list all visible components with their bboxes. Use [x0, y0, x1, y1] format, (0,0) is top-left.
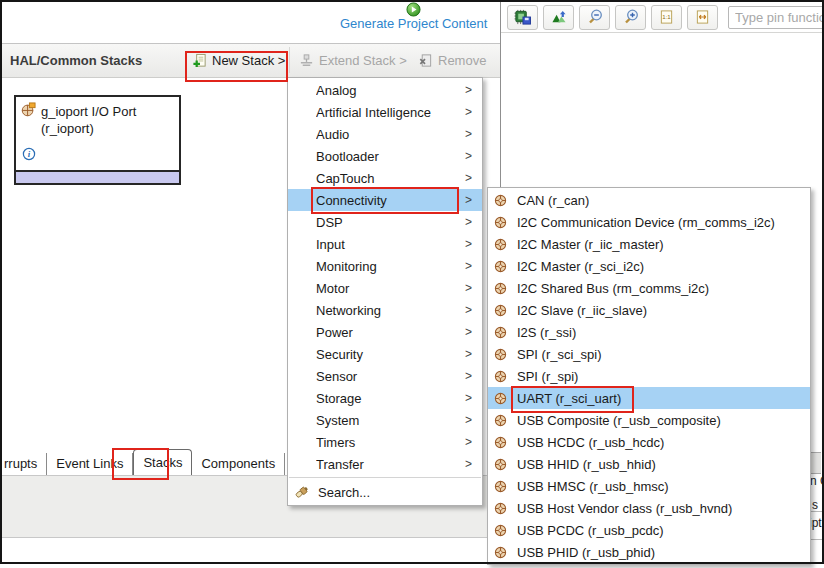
- ioport-stack-box[interactable]: g_ioport I/O Port (r_ioport) i: [14, 95, 181, 185]
- submenu-item-i2c-communication-device-rm-comms-i2c[interactable]: I2C Communication Device (rm_comms_i2c): [488, 211, 810, 233]
- submenu-arrow-icon: >: [465, 281, 472, 295]
- submenu-item-usb-phid-r-usb-phid[interactable]: USB PHID (r_usb_phid): [488, 541, 810, 563]
- submenu-arrow-icon: >: [465, 391, 472, 405]
- menu-item-timers[interactable]: Timers>: [288, 431, 482, 453]
- submenu-item-i2s-r-ssi[interactable]: I2S (r_ssi): [488, 321, 810, 343]
- submenu-item-spi-r-spi[interactable]: SPI (r_spi): [488, 365, 810, 387]
- menu-item-transfer[interactable]: Transfer>: [288, 453, 482, 475]
- menu-item-storage[interactable]: Storage>: [288, 387, 482, 409]
- menu-item-label: Sensor: [316, 369, 465, 384]
- menu-item-label: Motor: [316, 281, 465, 296]
- menu-item-search[interactable]: Search...: [288, 480, 482, 504]
- menu-item-connectivity[interactable]: Connectivity>: [288, 189, 482, 211]
- submenu-item-spi-r-sci-spi[interactable]: SPI (r_sci_spi): [488, 343, 810, 365]
- submenu-arrow-icon: >: [465, 435, 472, 449]
- pin-function-search-input[interactable]: [728, 6, 823, 29]
- submenu-item-usb-hhid-r-usb-hhid[interactable]: USB HHID (r_usb_hhid): [488, 453, 810, 475]
- submenu-arrow-icon: >: [465, 303, 472, 317]
- submenu-item-usb-composite-r-usb-composite[interactable]: USB Composite (r_usb_composite): [488, 409, 810, 431]
- extend-stack-label: Extend Stack >: [319, 53, 407, 68]
- submenu-arrow-icon: >: [465, 83, 472, 97]
- tab-event-links[interactable]: Event Links: [47, 453, 133, 475]
- menu-item-captouch[interactable]: CapTouch>: [288, 167, 482, 189]
- fit-width-button[interactable]: [687, 5, 718, 30]
- menu-item-bootloader[interactable]: Bootloader>: [288, 145, 482, 167]
- menu-item-label: System: [316, 413, 465, 428]
- submenu-item-i2c-master-r-sci-i2c[interactable]: I2C Master (r_sci_i2c): [488, 255, 810, 277]
- module-icon: [21, 102, 36, 117]
- module-icon: [494, 348, 507, 361]
- submenu-item-usb-hcdc-r-usb-hcdc[interactable]: USB HCDC (r_usb_hcdc): [488, 431, 810, 453]
- menu-item-label: CapTouch: [316, 171, 465, 186]
- submenu-item-label: SPI (r_spi): [517, 369, 578, 384]
- menu-item-monitoring[interactable]: Monitoring>: [288, 255, 482, 277]
- menu-item-input[interactable]: Input>: [288, 233, 482, 255]
- module-icon: [494, 436, 507, 449]
- menu-item-label: Bootloader: [316, 149, 465, 164]
- info-icon[interactable]: i: [22, 147, 36, 161]
- remove-button-disabled[interactable]: Remove: [418, 50, 486, 71]
- menu-item-motor[interactable]: Motor>: [288, 277, 482, 299]
- toolbar-separator: [289, 47, 290, 73]
- submenu-item-label: I2S (r_ssi): [517, 325, 576, 340]
- pin-toolbar: 1:1: [501, 2, 823, 33]
- menu-item-label: DSP: [316, 215, 465, 230]
- menu-item-label: Power: [316, 325, 465, 340]
- menu-item-label: Connectivity: [316, 193, 465, 208]
- module-icon: [494, 216, 507, 229]
- submenu-arrow-icon: >: [465, 127, 472, 141]
- submenu-item-usb-pcdc-r-usb-pcdc[interactable]: USB PCDC (r_usb_pcdc): [488, 519, 810, 541]
- menu-separator: [289, 477, 481, 478]
- submenu-item-label: USB HMSC (r_usb_hmsc): [517, 479, 669, 494]
- menu-item-system[interactable]: System>: [288, 409, 482, 431]
- tab-rrupts[interactable]: rrupts: [2, 453, 47, 475]
- tab-stacks[interactable]: Stacks: [133, 449, 192, 475]
- submenu-item-i2c-slave-r-iic-slave[interactable]: I2C Slave (r_iic_slave): [488, 299, 810, 321]
- menu-item-security[interactable]: Security>: [288, 343, 482, 365]
- zoom-out-button[interactable]: [579, 5, 610, 30]
- zoom-actual-size-button[interactable]: 1:1: [651, 5, 682, 30]
- tab-components[interactable]: Components: [192, 453, 285, 475]
- zoom-fit-button[interactable]: [543, 5, 574, 30]
- menu-item-power[interactable]: Power>: [288, 321, 482, 343]
- module-icon: [494, 282, 507, 295]
- zoom-in-icon: [623, 9, 639, 25]
- submenu-item-i2c-master-r-iic-master[interactable]: I2C Master (r_iic_master): [488, 233, 810, 255]
- menu-item-label: Analog: [316, 83, 465, 98]
- submenu-item-uart-r-sci-uart[interactable]: UART (r_sci_uart): [488, 387, 810, 409]
- submenu-item-usb-host-vendor-class-r-usb-hvnd[interactable]: USB Host Vendor class (r_usb_hvnd): [488, 497, 810, 519]
- submenu-item-i2c-shared-bus-rm-comms-i2c[interactable]: I2C Shared Bus (rm_comms_i2c): [488, 277, 810, 299]
- menu-item-label: Search...: [318, 485, 370, 500]
- module-icon: [494, 304, 507, 317]
- submenu-item-label: I2C Communication Device (rm_comms_i2c): [517, 215, 775, 230]
- extend-stack-icon: [299, 53, 314, 68]
- menu-item-label: Networking: [316, 303, 465, 318]
- module-icon: [494, 480, 507, 493]
- menu-item-audio[interactable]: Audio>: [288, 123, 482, 145]
- menu-item-networking[interactable]: Networking>: [288, 299, 482, 321]
- zoom-in-button[interactable]: [615, 5, 646, 30]
- submenu-arrow-icon: >: [465, 369, 472, 383]
- ioport-stack-body: g_ioport I/O Port (r_ioport) i: [16, 97, 179, 170]
- menu-item-sensor[interactable]: Sensor>: [288, 365, 482, 387]
- menu-item-label: Timers: [316, 435, 465, 450]
- generate-project-content-link[interactable]: Generate Project Content: [340, 16, 487, 31]
- zoom-out-icon: [587, 9, 603, 25]
- submenu-item-can-r-can[interactable]: CAN (r_can): [488, 189, 810, 211]
- new-stack-button[interactable]: New Stack >: [192, 50, 285, 71]
- extend-stack-button-disabled[interactable]: Extend Stack >: [299, 50, 407, 71]
- menu-item-dsp[interactable]: DSP>: [288, 211, 482, 233]
- background-text-fragment: n C: [810, 474, 824, 488]
- fit-width-icon: [695, 9, 710, 25]
- stack-box-status-bar: [16, 170, 179, 183]
- submenu-arrow-icon: >: [465, 259, 472, 273]
- submenu-item-label: CAN (r_can): [517, 193, 589, 208]
- submenu-item-label: USB PHID (r_usb_phid): [517, 545, 655, 560]
- module-icon: [494, 524, 507, 537]
- submenu-item-label: USB Composite (r_usb_composite): [517, 413, 721, 428]
- menu-item-analog[interactable]: Analog>: [288, 79, 482, 101]
- module-icon: [494, 194, 507, 207]
- submenu-item-usb-hmsc-r-usb-hmsc[interactable]: USB HMSC (r_usb_hmsc): [488, 475, 810, 497]
- menu-item-artificial-intelligence[interactable]: Artificial Intelligence>: [288, 101, 482, 123]
- save-pin-configuration-button[interactable]: [507, 5, 538, 30]
